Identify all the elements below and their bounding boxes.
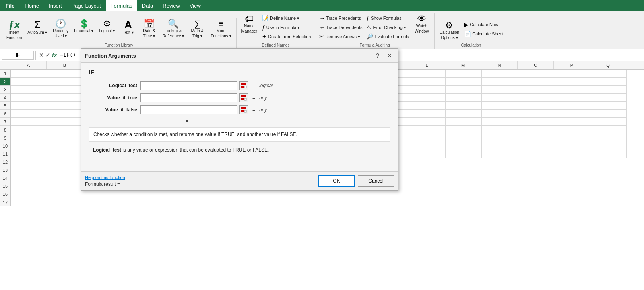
dialog-overlay: Function Arguments ? ✕ IF Logical_test bbox=[0, 0, 644, 290]
svg-rect-2 bbox=[242, 86, 244, 88]
svg-rect-11 bbox=[244, 110, 246, 112]
ref-grid-icon-2 bbox=[241, 95, 247, 101]
arg-ref-btn-value-if-false[interactable] bbox=[239, 105, 248, 114]
dialog-spacer bbox=[89, 155, 390, 167]
dialog-description: Checks whether a condition is met, and r… bbox=[89, 127, 390, 142]
arg-eq-value-if-false: = bbox=[252, 107, 255, 113]
dialog-buttons: OK Cancel bbox=[318, 175, 394, 187]
dialog-param-name: Logical_test bbox=[93, 147, 121, 153]
dialog-titlebar: Function Arguments ? ✕ bbox=[81, 49, 398, 63]
svg-rect-1 bbox=[244, 83, 246, 85]
arg-value-logical-test: logical bbox=[259, 83, 273, 88]
arg-input-value-if-true[interactable] bbox=[140, 93, 237, 102]
dialog-param-description: Logical_test is any value or expression … bbox=[89, 145, 390, 155]
function-arguments-dialog: Function Arguments ? ✕ IF Logical_test bbox=[80, 48, 398, 191]
svg-rect-7 bbox=[244, 98, 246, 100]
arg-input-wrap-value-if-true: = any bbox=[140, 93, 267, 102]
ref-grid-icon-3 bbox=[241, 107, 247, 113]
arg-ref-btn-logical-test[interactable] bbox=[239, 81, 248, 90]
dialog-controls: ? ✕ bbox=[373, 51, 394, 60]
svg-rect-4 bbox=[242, 95, 244, 97]
arg-row-value-if-false: Value_if_false = any bbox=[89, 105, 390, 114]
arg-row-logical-test: Logical_test = logical bbox=[89, 81, 390, 90]
arg-eq-logical-test: = bbox=[252, 83, 255, 88]
svg-rect-6 bbox=[242, 98, 244, 100]
dialog-result-eq: = bbox=[89, 118, 390, 124]
arg-label-value-if-true: Value_if_true bbox=[89, 95, 137, 101]
svg-rect-9 bbox=[244, 107, 246, 109]
svg-rect-3 bbox=[244, 86, 246, 88]
dialog-help-link[interactable]: Help on this function bbox=[85, 175, 125, 180]
arg-input-logical-test[interactable] bbox=[140, 81, 237, 90]
dialog-function-name: IF bbox=[89, 69, 390, 76]
arg-eq-value-if-true: = bbox=[252, 95, 255, 101]
arg-input-wrap-value-if-false: = any bbox=[140, 105, 267, 114]
dialog-arguments: Logical_test = logical Value_if_true bbox=[89, 81, 390, 114]
dialog-ok-button[interactable]: OK bbox=[318, 175, 355, 187]
arg-value-value-if-true: any bbox=[259, 95, 267, 101]
dialog-body: IF Logical_test = logical bbox=[81, 63, 398, 171]
dialog-cancel-button[interactable]: Cancel bbox=[358, 175, 394, 187]
dialog-footer: Help on this function Formula result = O… bbox=[81, 171, 398, 190]
formula-result-label: Formula result = bbox=[85, 181, 120, 187]
dialog-title: Function Arguments bbox=[85, 53, 136, 59]
arg-row-value-if-true: Value_if_true = any bbox=[89, 93, 390, 102]
arg-label-logical-test: Logical_test bbox=[89, 83, 137, 88]
arg-label-value-if-false: Value_if_false bbox=[89, 107, 137, 113]
dialog-help-button[interactable]: ? bbox=[373, 51, 382, 60]
arg-value-value-if-false: any bbox=[259, 107, 267, 113]
arg-input-value-if-false[interactable] bbox=[140, 105, 237, 114]
arg-input-wrap-logical-test: = logical bbox=[140, 81, 273, 90]
dialog-close-button[interactable]: ✕ bbox=[385, 51, 394, 60]
svg-rect-8 bbox=[242, 107, 244, 109]
svg-rect-5 bbox=[244, 95, 246, 97]
svg-rect-0 bbox=[242, 83, 244, 85]
dialog-formula-result: Formula result = bbox=[85, 181, 125, 187]
svg-rect-10 bbox=[242, 110, 244, 112]
dialog-param-text: is any value or expression that can be e… bbox=[121, 147, 269, 153]
arg-ref-btn-value-if-true[interactable] bbox=[239, 93, 248, 102]
ref-grid-icon bbox=[241, 83, 247, 88]
